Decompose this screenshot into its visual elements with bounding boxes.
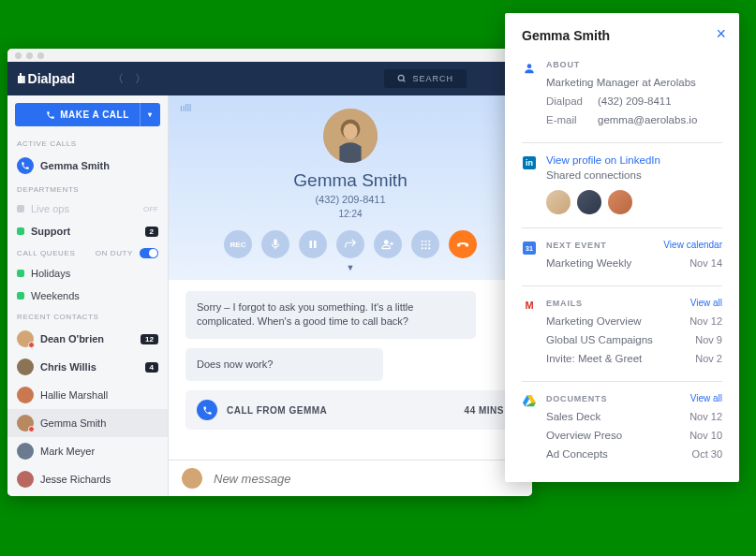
contact-name: Gemma Smith xyxy=(40,417,106,429)
message-input[interactable] xyxy=(212,471,519,487)
contact-row[interactable]: Hallie Marshall xyxy=(7,381,168,409)
hold-button[interactable] xyxy=(299,230,327,258)
make-call-button[interactable]: MAKE A CALL ▾ xyxy=(15,103,160,126)
call-log-row[interactable]: CALL FROM GEMMA 44 MINS xyxy=(185,390,515,430)
phone-icon xyxy=(17,157,34,174)
on-duty-toggle[interactable] xyxy=(140,248,158,258)
contact-row[interactable]: Dean O'brien 12 xyxy=(7,325,168,353)
section-departments: DEPARTMENTS xyxy=(7,180,168,198)
document-row[interactable]: Sales DeckNov 12 xyxy=(546,407,722,426)
presence-badge-icon xyxy=(28,342,35,348)
svg-point-9 xyxy=(424,240,426,241)
app-window: ılıı Dialpad 〈 〉 SEARCH MAKE A CALL ▾ AC… xyxy=(7,49,532,496)
document-row[interactable]: Ad ConceptsOct 30 xyxy=(546,445,722,463)
call-duration: 44 MINS xyxy=(465,405,504,416)
profile-title: Marketing Manager at Aerolabs xyxy=(546,77,722,88)
documents-label: DOCUMENTS xyxy=(546,394,607,403)
document-row[interactable]: Overview PresoNov 10 xyxy=(546,426,722,445)
shared-connections xyxy=(546,190,722,214)
active-call-row[interactable]: Gemma Smith xyxy=(7,152,168,180)
nav-back-button[interactable]: 〈 xyxy=(112,71,124,87)
divider xyxy=(522,227,722,228)
avatar xyxy=(17,358,34,375)
search-label: SEARCH xyxy=(412,74,453,83)
close-button[interactable]: × xyxy=(716,24,726,44)
dialpad-button[interactable] xyxy=(411,230,439,258)
next-event-label: NEXT EVENT xyxy=(546,241,607,250)
count-badge: 4 xyxy=(145,362,158,373)
make-call-dropdown[interactable]: ▾ xyxy=(140,103,160,126)
avatar xyxy=(17,415,34,432)
svg-point-7 xyxy=(384,240,389,244)
svg-point-16 xyxy=(428,247,430,249)
nav-forward-button[interactable]: 〉 xyxy=(135,71,146,87)
title-bar: ılıı Dialpad 〈 〉 SEARCH xyxy=(7,62,532,95)
avatar[interactable] xyxy=(608,190,632,214)
calendar-icon: 31 xyxy=(523,241,536,255)
about-label: ABOUT xyxy=(546,60,722,69)
email-row[interactable]: Marketing OverviewNov 12 xyxy=(546,312,722,330)
avatar xyxy=(17,387,34,403)
dept-live-ops[interactable]: Live ops OFF xyxy=(7,198,168,220)
profile-email: gemma@aerolabs.io xyxy=(598,114,722,125)
divider xyxy=(522,381,722,382)
divider xyxy=(522,285,722,286)
contact-row[interactable]: Mark Meyer xyxy=(7,437,168,465)
avatar[interactable] xyxy=(577,190,601,214)
contact-name: Chris Willis xyxy=(40,361,96,373)
divider xyxy=(522,142,722,143)
svg-point-11 xyxy=(421,243,422,245)
svg-rect-5 xyxy=(310,241,313,248)
add-participant-button[interactable] xyxy=(374,230,402,258)
section-call-queues: CALL QUEUES ON DUTY xyxy=(7,242,168,262)
window-minimize-dot[interactable] xyxy=(26,52,33,59)
contact-row[interactable]: Chris Willis 4 xyxy=(7,353,168,381)
contact-name: Hallie Marshall xyxy=(40,389,108,401)
view-calendar-link[interactable]: View calendar xyxy=(663,240,722,250)
linkedin-link[interactable]: View profile on LinkedIn xyxy=(546,154,722,166)
contact-row-gemma[interactable]: Gemma Smith xyxy=(7,409,168,437)
window-maximize-dot[interactable] xyxy=(37,52,44,59)
contact-name-large: Gemma Smith xyxy=(169,170,532,191)
view-all-docs-link[interactable]: View all xyxy=(690,393,722,403)
contact-phone: (432) 209-8411 xyxy=(169,194,532,205)
avatar[interactable] xyxy=(546,190,571,214)
contact-name: Jesse Richards xyxy=(40,474,111,485)
call-header: ıılll ⋮ Gemma Smith (432) 209-8411 12:24… xyxy=(169,95,532,280)
view-all-emails-link[interactable]: View all xyxy=(690,298,722,308)
svg-point-10 xyxy=(428,240,430,241)
queue-holidays[interactable]: Holidays xyxy=(7,262,168,285)
email-row[interactable]: Global US CampaignsNov 9 xyxy=(546,330,722,349)
self-avatar xyxy=(182,468,202,489)
active-call-name: Gemma Smith xyxy=(40,160,110,171)
hangup-button[interactable] xyxy=(449,230,477,258)
email-row[interactable]: Invite: Meet & GreetNov 2 xyxy=(546,349,722,368)
contact-row[interactable]: Brian Tran xyxy=(7,493,168,496)
search-input[interactable]: SEARCH xyxy=(384,69,467,88)
brand-logo: ılıı Dialpad xyxy=(17,71,75,86)
expand-button[interactable]: ▼ xyxy=(169,263,532,272)
presence-badge-icon xyxy=(28,426,35,432)
phone-icon xyxy=(197,400,217,420)
mute-button[interactable] xyxy=(261,230,289,258)
dept-label: Support xyxy=(31,226,70,237)
logo-mark-icon: ılıı xyxy=(17,71,24,86)
contact-row[interactable]: Jesse Richards xyxy=(7,465,168,493)
dept-support[interactable]: Support 2 xyxy=(7,220,168,242)
gmail-icon: M xyxy=(525,300,533,368)
message-thread: Sorry – I forgot to ask you something. I… xyxy=(169,280,532,460)
queue-weekends[interactable]: Weekends xyxy=(7,285,168,307)
event-date: Nov 14 xyxy=(689,257,722,269)
main-content: ıılll ⋮ Gemma Smith (432) 209-8411 12:24… xyxy=(169,95,532,496)
phone-icon xyxy=(46,110,55,120)
transfer-button[interactable] xyxy=(336,230,364,258)
status-dot-icon xyxy=(17,227,24,235)
queue-label: Holidays xyxy=(31,268,70,279)
message-bubble: Sorry – I forgot to ask you something. I… xyxy=(185,291,476,339)
field-label: Dialpad xyxy=(546,95,598,107)
count-badge: 2 xyxy=(145,227,158,237)
window-close-dot[interactable] xyxy=(15,52,22,59)
svg-point-0 xyxy=(399,75,405,80)
record-button[interactable]: REC xyxy=(224,230,252,258)
svg-point-15 xyxy=(424,247,426,249)
